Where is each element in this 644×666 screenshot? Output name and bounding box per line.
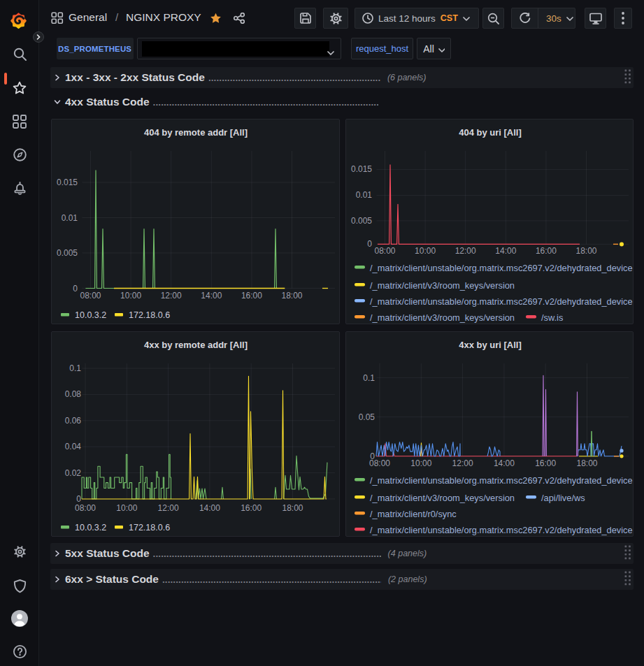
svg-text:/_matrix/client/v3/room_keys/v: /_matrix/client/v3/room_keys/version (370, 280, 515, 291)
svg-text:18:00: 18:00 (575, 246, 596, 256)
svg-text:14:00: 14:00 (495, 246, 516, 256)
svg-text:404 by remote addr [All]: 404 by remote addr [All] (144, 127, 248, 138)
svg-text:172.18.0.6: 172.18.0.6 (129, 523, 170, 533)
svg-text:08:00: 08:00 (75, 503, 96, 513)
svg-text:0.05: 0.05 (359, 412, 375, 422)
svg-text:14:00: 14:00 (201, 291, 222, 301)
svg-text:16:00: 16:00 (241, 291, 262, 301)
svg-text:12:00: 12:00 (158, 503, 179, 513)
svg-text:0: 0 (73, 284, 78, 294)
svg-text:14:00: 14:00 (494, 458, 515, 468)
svg-text:12:00: 12:00 (452, 458, 473, 468)
svg-text:14:00: 14:00 (199, 503, 220, 513)
svg-text:0.015: 0.015 (351, 164, 372, 174)
svg-text:/_matrix/client/r0/sync: /_matrix/client/r0/sync (370, 509, 457, 519)
svg-text:08:00: 08:00 (369, 458, 390, 468)
svg-text:/_matrix/client/unstable/org.m: /_matrix/client/unstable/org.matrix.msc2… (370, 525, 633, 535)
svg-text:10:00: 10:00 (415, 246, 436, 256)
svg-text:0.06: 0.06 (65, 416, 82, 426)
svg-text:12:00: 12:00 (161, 291, 182, 301)
svg-text:0: 0 (367, 239, 372, 249)
svg-text:/sw.is: /sw.is (541, 312, 563, 323)
svg-text:0.005: 0.005 (351, 216, 372, 226)
svg-text:10:00: 10:00 (120, 291, 141, 301)
svg-text:16:00: 16:00 (536, 246, 557, 256)
svg-text:0.015: 0.015 (57, 178, 78, 187)
svg-text:404 by uri [All]: 404 by uri [All] (459, 127, 522, 138)
svg-text:12:00: 12:00 (455, 246, 476, 256)
svg-text:/_matrix/client/unstable/org.m: /_matrix/client/unstable/org.matrix.msc2… (370, 296, 633, 307)
svg-text:0.02: 0.02 (65, 468, 82, 478)
svg-text:/_matrix/client/v3/room_keys/v: /_matrix/client/v3/room_keys/version (370, 493, 515, 503)
svg-text:0.005: 0.005 (57, 248, 78, 258)
svg-text:4xx by remote addr [All]: 4xx by remote addr [All] (144, 340, 248, 350)
svg-text:16:00: 16:00 (535, 458, 556, 468)
svg-text:10:00: 10:00 (116, 503, 137, 513)
svg-text:0.01: 0.01 (356, 190, 373, 200)
svg-text:0.01: 0.01 (62, 213, 78, 223)
svg-text:0.08: 0.08 (65, 389, 82, 399)
svg-text:172.18.0.6: 172.18.0.6 (129, 310, 170, 320)
svg-text:08:00: 08:00 (80, 291, 101, 301)
svg-text:4xx by uri [All]: 4xx by uri [All] (459, 340, 522, 350)
svg-text:0: 0 (76, 494, 81, 504)
svg-text:10.0.3.2: 10.0.3.2 (75, 310, 106, 320)
svg-text:/_matrix/client/v3/room_keys/v: /_matrix/client/v3/room_keys/version (370, 312, 515, 323)
svg-text:18:00: 18:00 (281, 291, 302, 301)
svg-text:16:00: 16:00 (241, 503, 262, 513)
svg-text:08:00: 08:00 (374, 246, 395, 256)
svg-text:18:00: 18:00 (576, 458, 597, 468)
svg-text:10:00: 10:00 (410, 458, 431, 468)
svg-text:10.0.3.2: 10.0.3.2 (75, 523, 106, 533)
svg-text:18:00: 18:00 (282, 503, 303, 513)
svg-text:/_matrix/client/unstable/org.m: /_matrix/client/unstable/org.matrix.msc2… (370, 475, 633, 486)
svg-text:/_matrix/client/unstable/org.m: /_matrix/client/unstable/org.matrix.msc2… (370, 263, 633, 273)
svg-text:/api/live/ws: /api/live/ws (541, 493, 585, 503)
svg-text:0.1: 0.1 (363, 373, 375, 383)
svg-text:0.04: 0.04 (65, 442, 82, 451)
svg-text:0.1: 0.1 (69, 363, 81, 373)
